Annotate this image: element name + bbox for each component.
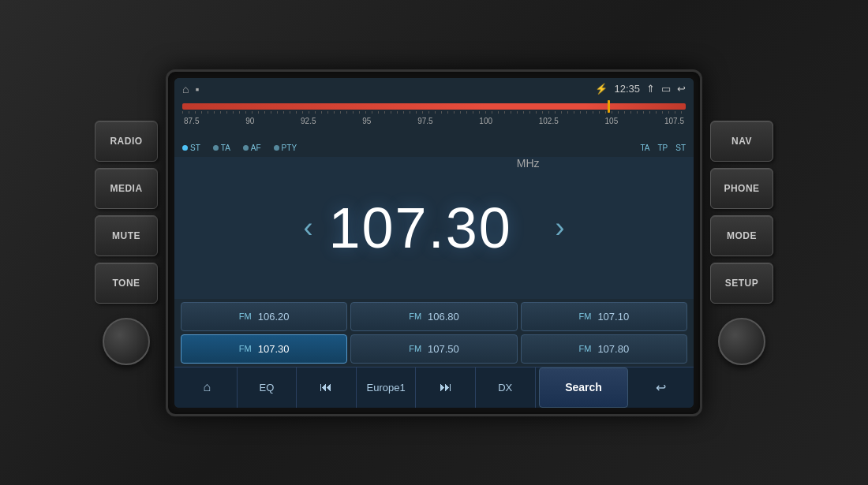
mode-button[interactable]: MODE: [710, 215, 773, 256]
station-name: Europe1: [357, 367, 417, 408]
freq-label: 97.5: [417, 117, 432, 125]
home-toolbar-button[interactable]: ⌂: [178, 367, 238, 408]
freq-dots: [182, 111, 686, 114]
home-icon[interactable]: ⌂: [182, 83, 189, 95]
freq-label: 95: [362, 117, 371, 125]
tuner-marker: [608, 100, 610, 113]
freq-label: 90: [245, 117, 254, 125]
preset-4[interactable]: FM 107.30: [181, 334, 347, 364]
next-icon: ⏭: [440, 380, 452, 394]
freq-label: 92.5: [301, 117, 316, 125]
freq-label: 102.5: [539, 117, 559, 125]
nav-button[interactable]: NAV: [710, 121, 773, 162]
freq-scale: 87.5 90 92.5 95 97.5 100 102.5 105 107.5: [182, 117, 686, 125]
tp-right: TP: [657, 144, 668, 152]
preset-5-freq: 107.50: [428, 343, 459, 355]
status-left: ⌂ ▪: [182, 83, 199, 95]
pty-dot: [274, 145, 279, 151]
preset-1[interactable]: FM 106.20: [181, 302, 347, 331]
prev-icon: ⏮: [320, 380, 332, 394]
af-indicator[interactable]: AF: [243, 144, 261, 152]
frequency-display: ‹ 107.30 MHz ›: [174, 157, 694, 299]
dx-label: DX: [498, 382, 512, 394]
preset-5[interactable]: FM 107.50: [350, 334, 517, 364]
search-label: Search: [565, 381, 602, 394]
eq-label: EQ: [259, 382, 274, 394]
af-dot: [243, 145, 249, 151]
right-indicators: TA TP ST: [640, 144, 686, 152]
ta-right: TA: [640, 144, 649, 152]
preset-6-freq: 107.80: [597, 343, 629, 355]
left-knob[interactable]: [103, 318, 150, 365]
preset-2[interactable]: FM 106.80: [350, 302, 517, 331]
freq-label: 105: [605, 117, 619, 125]
radio-button[interactable]: RADIO: [95, 121, 158, 162]
status-right: ⚡ 12:35 ⇑ ▭ ↩: [595, 83, 686, 95]
right-knob[interactable]: [718, 318, 765, 365]
screen-bezel: ⌂ ▪ ⚡ 12:35 ⇑ ▭ ↩ 87.5 9: [166, 69, 702, 416]
preset-1-freq: 106.20: [258, 311, 290, 323]
preset-3-band: FM: [578, 312, 591, 321]
ta-label: TA: [221, 144, 230, 152]
preset-5-band: FM: [409, 344, 421, 353]
preset-6-band: FM: [578, 344, 591, 353]
presets-grid: FM 106.20 FM 106.80 FM 107.10 FM 107.30 …: [174, 299, 694, 367]
st-right: ST: [675, 144, 686, 152]
frequency-unit: MHz: [517, 133, 540, 170]
square-icon: ▪: [195, 83, 199, 95]
mute-button[interactable]: MUTE: [95, 215, 158, 256]
right-panel: NAV PHONE MODE SETUP: [710, 121, 773, 365]
window-icon: ▭: [661, 83, 671, 95]
media-button[interactable]: MEDIA: [95, 168, 158, 209]
preset-4-freq: 107.30: [258, 343, 290, 355]
preset-6[interactable]: FM 107.80: [521, 334, 687, 364]
back-icon[interactable]: ↩: [677, 83, 686, 95]
tuner-bar[interactable]: 87.5 90 92.5 95 97.5 100 102.5 105 107.5: [174, 100, 694, 140]
preset-2-band: FM: [409, 312, 421, 321]
af-label: AF: [251, 144, 261, 152]
prev-track-button[interactable]: ⏮: [297, 367, 357, 408]
bluetooth-icon: ⚡: [595, 83, 608, 95]
station-label: Europe1: [367, 382, 406, 394]
freq-label: 87.5: [184, 117, 199, 125]
preset-2-freq: 106.80: [428, 311, 459, 323]
st-indicator[interactable]: ST: [182, 144, 200, 152]
preset-3[interactable]: FM 107.10: [521, 302, 687, 331]
setup-button[interactable]: SETUP: [710, 263, 773, 304]
toolbar: ⌂ EQ ⏮ Europe1 ⏭ DX Search: [174, 367, 694, 408]
dx-button[interactable]: DX: [476, 367, 536, 408]
preset-3-freq: 107.10: [597, 311, 629, 323]
freq-prev-button[interactable]: ‹: [288, 211, 329, 244]
eq-button[interactable]: EQ: [238, 367, 297, 408]
search-button[interactable]: Search: [539, 367, 629, 408]
pty-label: PTY: [282, 144, 297, 152]
st-dot: [182, 145, 188, 151]
freq-label: 107.5: [664, 117, 684, 125]
radio-indicators: ST TA AF PTY TA TP ST: [174, 140, 694, 157]
left-panel: RADIO MEDIA MUTE TONE: [95, 121, 158, 365]
screen: ⌂ ▪ ⚡ 12:35 ⇑ ▭ ↩ 87.5 9: [174, 78, 694, 408]
pty-indicator[interactable]: PTY: [274, 144, 297, 152]
status-time: 12:35: [614, 83, 640, 95]
frequency-value: 107.30: [329, 196, 512, 260]
back-toolbar-button[interactable]: ↩: [631, 367, 690, 408]
freq-next-button[interactable]: ›: [540, 211, 581, 244]
back-toolbar-icon: ↩: [656, 380, 666, 395]
phone-button[interactable]: PHONE: [710, 168, 773, 209]
home-toolbar-icon: ⌂: [203, 380, 211, 394]
arrows-icon: ⇑: [646, 83, 655, 95]
tone-button[interactable]: TONE: [95, 263, 158, 304]
next-track-button[interactable]: ⏭: [416, 367, 476, 408]
car-unit: RADIO MEDIA MUTE TONE ⌂ ▪ ⚡ 12:35 ⇑ ▭ ↩: [0, 0, 868, 485]
st-label: ST: [190, 144, 200, 152]
preset-1-band: FM: [239, 312, 252, 321]
ta-dot: [213, 145, 219, 151]
status-bar: ⌂ ▪ ⚡ 12:35 ⇑ ▭ ↩: [174, 78, 694, 100]
preset-4-band: FM: [239, 344, 252, 353]
freq-label: 100: [479, 117, 492, 125]
ta-indicator[interactable]: TA: [213, 144, 230, 152]
tuner-track: [182, 103, 686, 110]
